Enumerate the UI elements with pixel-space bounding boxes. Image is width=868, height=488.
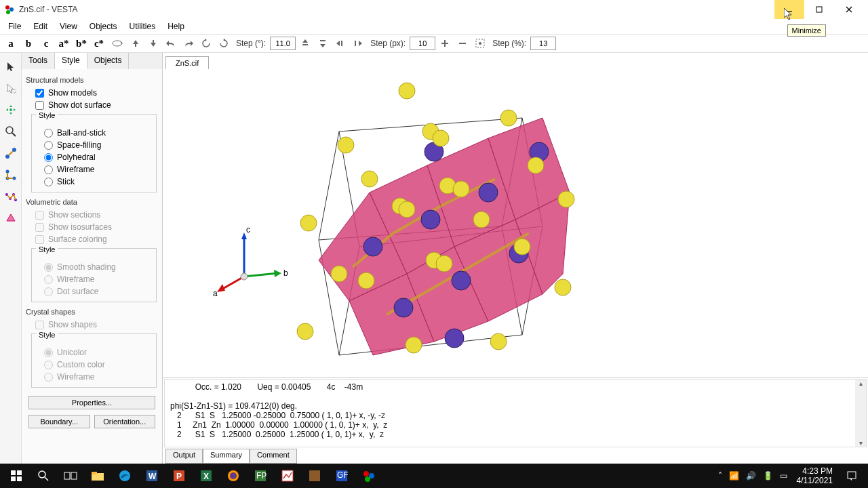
- 3d-viewport[interactable]: c b a: [163, 69, 868, 377]
- svg-rect-8: [302, 44, 308, 45]
- step-deg-input[interactable]: [270, 37, 296, 50]
- up-arrow-icon[interactable]: [127, 35, 144, 52]
- angle-tool[interactable]: [1, 165, 20, 184]
- step-pct-input[interactable]: [530, 37, 556, 50]
- output-text[interactable]: Occ. = 1.020 Ueq = 0.00405 4c -43m phi(S…: [164, 379, 867, 447]
- menu-file[interactable]: File: [3, 20, 26, 33]
- menu-help[interactable]: Help: [162, 20, 190, 33]
- rotate-ccw-icon[interactable]: [198, 35, 214, 52]
- ball-radio[interactable]: [44, 129, 53, 138]
- app2-icon[interactable]: [274, 465, 301, 487]
- svg-rect-11: [355, 41, 356, 46]
- menu-view[interactable]: View: [54, 20, 83, 33]
- tray-lang-icon[interactable]: ▭: [780, 471, 787, 481]
- rotate-a-icon[interactable]: [108, 35, 126, 52]
- show-models-label: Show models: [48, 88, 97, 98]
- zoom-in-icon[interactable]: [437, 35, 453, 52]
- explorer-icon[interactable]: [84, 465, 111, 487]
- stick-radio[interactable]: [44, 178, 53, 186]
- tray-battery-icon[interactable]: 🔋: [763, 471, 773, 481]
- summary-tab[interactable]: Summary: [203, 449, 250, 464]
- zoom-out-icon[interactable]: [454, 35, 471, 52]
- app3-icon[interactable]: [301, 465, 328, 487]
- powerpoint-icon[interactable]: P: [165, 465, 193, 487]
- fit-icon[interactable]: [472, 35, 488, 52]
- pointer-tool[interactable]: [1, 57, 20, 76]
- properties-button[interactable]: Properties...: [28, 396, 155, 409]
- show-models-checkbox[interactable]: [35, 89, 44, 98]
- firefox-icon[interactable]: [220, 465, 247, 487]
- orientation-button[interactable]: Orientation...: [94, 415, 156, 428]
- svg-text:FPS: FPS: [256, 471, 267, 481]
- zoom-tool[interactable]: [1, 122, 20, 141]
- excel-icon[interactable]: X: [193, 465, 220, 487]
- output-scrollbar[interactable]: ▴▾: [855, 380, 866, 447]
- select-tool[interactable]: [1, 79, 20, 98]
- svg-point-19: [6, 127, 13, 134]
- svg-point-26: [12, 177, 16, 180]
- app1-icon[interactable]: FPS: [247, 465, 274, 487]
- svg-rect-9: [320, 40, 326, 41]
- move-left-icon[interactable]: [332, 35, 349, 52]
- svg-point-16: [479, 42, 481, 45]
- move-tool[interactable]: [1, 100, 20, 119]
- undo-icon[interactable]: [163, 35, 179, 52]
- space-radio[interactable]: [44, 141, 53, 150]
- show-dot-checkbox[interactable]: [35, 101, 44, 110]
- tab-tools[interactable]: Tools: [22, 53, 55, 69]
- axis-b-button[interactable]: b: [20, 35, 37, 52]
- axis-bstar-button[interactable]: b*: [73, 35, 90, 52]
- svg-point-0: [5, 5, 9, 9]
- notifications-icon[interactable]: [838, 465, 865, 487]
- axis-b-label: b: [283, 268, 288, 278]
- wire-label: Wireframe: [57, 165, 94, 174]
- menu-edit[interactable]: Edit: [28, 20, 53, 33]
- system-tray[interactable]: ˄📶🔊🔋▭: [714, 471, 791, 481]
- tab-objects[interactable]: Objects: [87, 53, 130, 69]
- start-button[interactable]: [3, 465, 30, 487]
- svg-point-57: [399, 201, 415, 218]
- tray-network-icon[interactable]: 📶: [729, 471, 739, 481]
- vesta-taskbar-icon[interactable]: [355, 465, 382, 487]
- wire-radio[interactable]: [44, 165, 53, 174]
- torsion-tool[interactable]: [1, 187, 20, 206]
- app4-icon[interactable]: GFour: [328, 465, 355, 487]
- axis-astar-button[interactable]: a*: [56, 35, 72, 52]
- rotate-cw-icon[interactable]: [216, 35, 232, 52]
- sections-label: Show sections: [48, 210, 100, 220]
- menu-objects[interactable]: Objects: [84, 20, 123, 33]
- tray-chevron-icon[interactable]: ˄: [718, 471, 722, 481]
- taskview-icon[interactable]: [57, 465, 84, 487]
- tray-volume-icon[interactable]: 🔊: [746, 471, 756, 481]
- plane-tool[interactable]: [1, 209, 20, 228]
- svg-point-68: [490, 333, 507, 350]
- style-legend-1: Style: [36, 111, 58, 119]
- poly-label: Polyhedral: [57, 152, 96, 162]
- move-up-icon[interactable]: [297, 35, 313, 52]
- step-px-input[interactable]: [410, 37, 435, 50]
- close-button[interactable]: [834, 0, 864, 19]
- redo-icon[interactable]: [180, 35, 197, 52]
- maximize-button[interactable]: [804, 0, 834, 19]
- surfcol-checkbox: [35, 235, 44, 244]
- taskbar-clock[interactable]: 4:23 PM4/11/2021: [791, 466, 838, 486]
- wire3-label: Wireframe: [57, 372, 94, 382]
- axis-cstar-button[interactable]: c*: [91, 35, 107, 52]
- output-tab[interactable]: Output: [165, 449, 203, 464]
- move-down-icon[interactable]: [315, 35, 331, 52]
- axis-a-button[interactable]: a: [3, 35, 19, 52]
- menu-utilities[interactable]: Utilities: [124, 20, 161, 33]
- comment-tab[interactable]: Comment: [250, 449, 297, 464]
- axis-c-button[interactable]: c: [38, 35, 54, 52]
- boundary-button[interactable]: Boundary...: [28, 415, 90, 428]
- word-icon[interactable]: W: [138, 465, 165, 487]
- bond-tool[interactable]: [1, 144, 20, 163]
- move-right-icon[interactable]: [350, 35, 366, 52]
- output-line: Occ. = 1.020 Ueq = 0.00405 4c -43m: [170, 382, 363, 392]
- down-arrow-icon[interactable]: [145, 35, 161, 52]
- edge-icon[interactable]: [111, 465, 138, 487]
- search-icon[interactable]: [30, 465, 57, 487]
- viewer-tab[interactable]: ZnS.cif: [165, 56, 209, 69]
- tab-style[interactable]: Style: [55, 53, 87, 69]
- poly-radio[interactable]: [44, 153, 53, 162]
